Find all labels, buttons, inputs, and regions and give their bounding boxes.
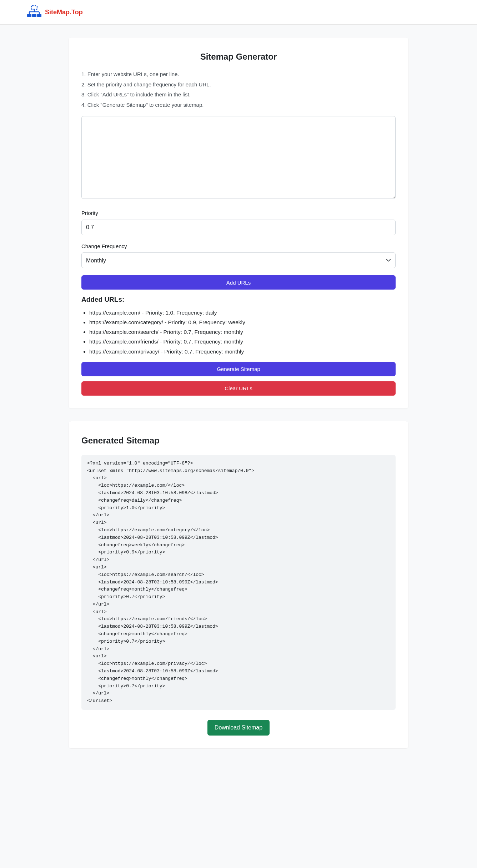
url-list-item: https://example.com/category/ - Priority… xyxy=(89,318,396,326)
output-card: Generated Sitemap <?xml version="1.0" en… xyxy=(69,421,408,748)
added-urls-list: https://example.com/ - Priority: 1.0, Fr… xyxy=(81,308,396,356)
add-urls-button[interactable]: Add URLs xyxy=(81,275,396,290)
added-urls-heading: Added URLs: xyxy=(81,295,396,305)
svg-rect-5 xyxy=(27,14,31,17)
changefreq-label: Change Frequency xyxy=(81,242,396,251)
generator-card: Sitemap Generator Enter your website URL… xyxy=(69,37,408,408)
instruction-item: Enter your website URLs, one per line. xyxy=(81,70,396,79)
sitemap-logo-icon xyxy=(26,5,42,19)
site-header: SiteMap.Top xyxy=(0,0,477,25)
svg-rect-0 xyxy=(31,6,37,9)
svg-rect-6 xyxy=(32,14,36,17)
download-sitemap-button[interactable]: Download Sitemap xyxy=(207,720,270,736)
instruction-item: Click "Add URLs" to include them in the … xyxy=(81,91,396,99)
urls-textarea[interactable] xyxy=(81,116,396,199)
url-list-item: https://example.com/privacy/ - Priority:… xyxy=(89,347,396,356)
instruction-item: Click "Generate Sitemap" to create your … xyxy=(81,101,396,109)
url-list-item: https://example.com/friends/ - Priority:… xyxy=(89,337,396,346)
generated-heading: Generated Sitemap xyxy=(81,434,396,447)
brand-link[interactable]: SiteMap.Top xyxy=(45,7,83,17)
clear-urls-button[interactable]: Clear URLs xyxy=(81,381,396,396)
sitemap-xml-output: <?xml version="1.0" encoding="UTF-8"?> <… xyxy=(81,455,396,710)
svg-rect-7 xyxy=(37,14,41,17)
changefreq-select[interactable]: Monthly xyxy=(81,252,396,268)
url-list-item: https://example.com/search/ - Priority: … xyxy=(89,328,396,336)
instruction-item: Set the priority and change frequency fo… xyxy=(81,81,396,89)
instruction-list: Enter your website URLs, one per line. S… xyxy=(81,70,396,109)
url-list-item: https://example.com/ - Priority: 1.0, Fr… xyxy=(89,308,396,317)
priority-input[interactable] xyxy=(81,220,396,235)
generate-sitemap-button[interactable]: Generate Sitemap xyxy=(81,362,396,376)
page-title: Sitemap Generator xyxy=(81,50,396,63)
priority-label: Priority xyxy=(81,209,396,217)
